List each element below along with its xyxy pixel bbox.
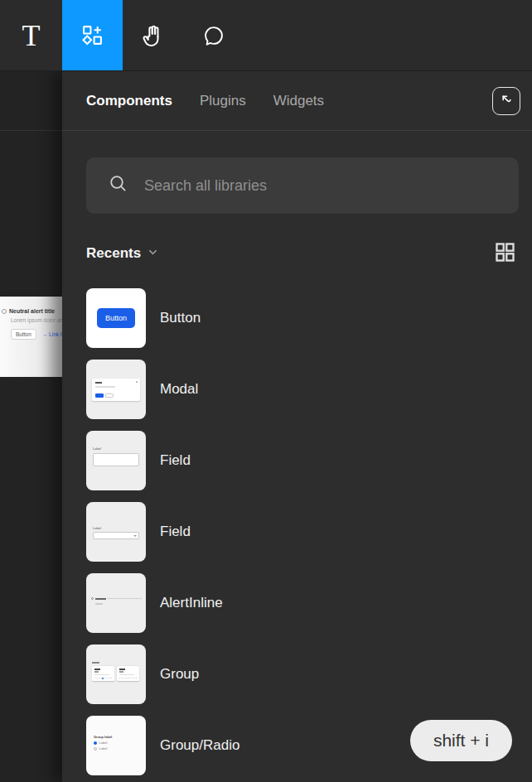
item-label: AlertInline	[160, 595, 223, 611]
components-panel: Components Plugins Widgets Recents	[62, 71, 532, 782]
radio-unselected-icon	[94, 747, 97, 751]
alert-link: → Link text	[42, 331, 62, 337]
resources-tool-button[interactable]	[62, 0, 123, 70]
alert-button: Button	[11, 329, 36, 340]
item-label: Field	[160, 524, 191, 540]
list-item-field[interactable]: Label Field	[86, 431, 515, 490]
grid-view-button[interactable]	[495, 242, 515, 266]
resources-icon	[81, 24, 104, 46]
tab-widgets[interactable]: Widgets	[273, 93, 324, 109]
field-thumbnail: Label	[86, 431, 146, 490]
item-label: Modal	[160, 381, 198, 398]
list-item-button[interactable]: Button Button	[86, 288, 515, 348]
hand-tool-button[interactable]	[123, 0, 183, 70]
item-label: Group/Radio	[160, 737, 239, 754]
text-tool-button[interactable]: T	[0, 0, 62, 70]
arrow-up-left-icon	[497, 90, 515, 112]
search-input[interactable]	[144, 177, 502, 195]
search-icon	[108, 173, 144, 198]
tab-plugins[interactable]: Plugins	[200, 93, 246, 109]
chevron-down-icon	[148, 245, 158, 262]
canvas-alert-component[interactable]: Neutral alert title Lorem ipsum dolor am…	[0, 297, 62, 377]
comment-icon	[202, 24, 225, 47]
field-select-thumbnail: Label	[86, 502, 146, 562]
toolbar: T	[0, 0, 532, 71]
item-label: Group	[160, 666, 199, 683]
hand-icon	[141, 23, 166, 48]
recents-list: Button Button Modal Label Field Label	[86, 288, 515, 782]
group-radio-thumbnail: Group label Label Label	[86, 716, 146, 775]
list-item-group[interactable]: Group	[86, 644, 515, 704]
recents-header: Recents	[86, 240, 515, 267]
insert-cursor-button[interactable]	[492, 87, 520, 115]
tab-components[interactable]: Components	[86, 93, 172, 109]
alertinline-thumbnail	[86, 573, 146, 633]
grid-view-icon	[495, 242, 515, 266]
button-thumbnail: Button	[86, 288, 146, 348]
list-item-modal[interactable]: Modal	[86, 360, 515, 419]
comment-tool-button[interactable]	[183, 0, 244, 70]
alert-body: Lorem ipsum dolor amet consect	[11, 317, 62, 323]
info-icon	[2, 309, 7, 314]
alert-title: Neutral alert title	[9, 308, 55, 314]
search-box	[86, 157, 519, 214]
panel-tabs: Components Plugins Widgets	[62, 71, 532, 131]
item-label: Field	[160, 452, 191, 469]
text-tool-icon: T	[22, 21, 41, 51]
group-thumbnail	[86, 644, 146, 704]
canvas-frame-line	[0, 130, 62, 131]
modal-thumbnail	[86, 360, 146, 419]
thumb-button-preview: Button	[97, 308, 135, 328]
shortcut-hint-badge: shift + i	[410, 720, 512, 761]
list-item-field-select[interactable]: Label Field	[86, 502, 515, 562]
radio-selected-icon	[94, 741, 97, 745]
list-item-alertinline[interactable]: AlertInline	[86, 573, 515, 633]
recents-dropdown[interactable]: Recents	[86, 245, 158, 262]
item-label: Button	[160, 310, 201, 326]
